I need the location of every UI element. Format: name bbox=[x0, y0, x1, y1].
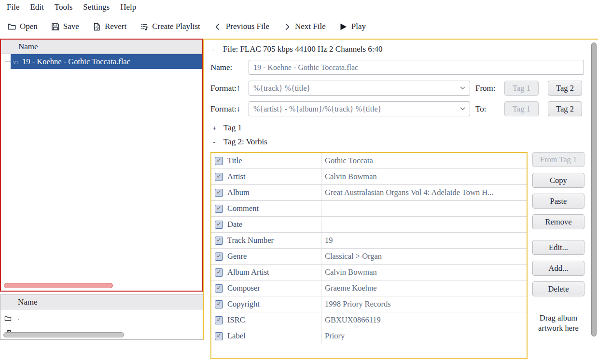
toolbar-button-open[interactable]: Open bbox=[7, 22, 38, 31]
field-name-label: Album Artist bbox=[227, 267, 269, 277]
filename-input[interactable] bbox=[249, 60, 584, 75]
tag1-section-header: + Tag 1 bbox=[212, 123, 598, 133]
copy-button[interactable]: Copy bbox=[532, 173, 584, 188]
directory-row-label: . bbox=[18, 315, 19, 322]
field-value-cell[interactable]: Calvin Bowman bbox=[321, 169, 527, 184]
tag-field-row: Comment bbox=[211, 201, 527, 217]
field-value-cell[interactable]: 19 bbox=[321, 233, 527, 248]
field-value-cell[interactable] bbox=[321, 201, 527, 216]
edit-button[interactable]: Edit... bbox=[532, 240, 584, 255]
directory-row[interactable]: . bbox=[0, 311, 203, 325]
save-icon bbox=[51, 22, 60, 31]
format-from-filename-value: %{track} %{title} bbox=[253, 84, 310, 93]
add-button[interactable]: Add... bbox=[532, 261, 584, 276]
folder-icon bbox=[4, 315, 12, 322]
toolbar-button-next-file[interactable]: Next File bbox=[282, 22, 326, 31]
tag2-collapse-indicator[interactable]: - bbox=[212, 138, 216, 146]
revert-icon bbox=[92, 22, 101, 31]
from-tag2-button[interactable]: Tag 2 bbox=[548, 81, 582, 96]
field-name-label: Album bbox=[227, 188, 250, 197]
field-checkbox[interactable] bbox=[215, 252, 223, 261]
file-list-row-wrap: V2 19 - Koehne - Gothic Toccata.flac bbox=[1, 54, 202, 69]
field-value-cell[interactable]: 1998 Priory Records bbox=[321, 296, 527, 312]
field-name-cell: Copyright bbox=[211, 296, 321, 312]
field-checkbox[interactable] bbox=[215, 237, 223, 245]
field-checkbox[interactable] bbox=[215, 316, 223, 324]
tag-field-row: Track Number19 bbox=[211, 233, 527, 249]
from-tag1-button: Tag 1 bbox=[504, 81, 539, 96]
field-name-label: Track Number bbox=[227, 236, 274, 245]
toolbar-button-create-playlist[interactable]: Create Playlist bbox=[139, 22, 200, 31]
format-down-label: Format:↓ bbox=[210, 104, 249, 114]
format-up-label: Format:↑ bbox=[210, 84, 249, 93]
field-value-cell[interactable]: Calvin Bowman bbox=[321, 265, 527, 280]
field-value-cell[interactable] bbox=[321, 217, 527, 232]
create-playlist-icon bbox=[139, 22, 149, 31]
delete-button[interactable]: Delete bbox=[532, 281, 584, 296]
remove-button[interactable]: Remove bbox=[532, 214, 584, 229]
to-tag1-button: Tag 1 bbox=[504, 101, 539, 116]
chevron-down-icon bbox=[460, 86, 465, 90]
tag2-section-header: - Tag 2: Vorbis bbox=[212, 137, 598, 147]
field-value-cell[interactable]: Gothic Toccata bbox=[321, 153, 527, 168]
field-name-label: Artist bbox=[227, 172, 246, 182]
field-value-cell[interactable]: Priory bbox=[321, 328, 527, 344]
paste-button[interactable]: Paste bbox=[532, 194, 584, 209]
toolbar: OpenSaveRevertCreate PlaylistPrevious Fi… bbox=[0, 14, 598, 39]
selected-file-name: 19 - Koehne - Gothic Toccata.flac bbox=[22, 57, 130, 67]
field-checkbox[interactable] bbox=[215, 268, 223, 277]
field-checkbox[interactable] bbox=[215, 332, 223, 340]
menu-item-help[interactable]: Help bbox=[115, 1, 141, 14]
field-value-cell[interactable]: Graeme Koehne bbox=[321, 280, 527, 296]
toolbar-button-previous-file[interactable]: Previous File bbox=[213, 22, 269, 31]
field-checkbox[interactable] bbox=[215, 205, 223, 213]
play-icon bbox=[339, 22, 348, 31]
menu-item-settings[interactable]: Settings bbox=[78, 1, 115, 14]
field-name-cell: Album Artist bbox=[211, 265, 321, 280]
file-section-collapse-indicator[interactable]: - bbox=[211, 45, 215, 54]
field-checkbox[interactable] bbox=[215, 157, 223, 165]
tag-field-row: ISRCGBXUX0866119 bbox=[211, 312, 527, 328]
file-list-hscrollbar[interactable] bbox=[4, 283, 113, 288]
field-checkbox[interactable] bbox=[215, 189, 223, 197]
field-checkbox[interactable] bbox=[215, 300, 223, 308]
field-name-label: Copyright bbox=[227, 299, 260, 309]
chevron-right-icon bbox=[282, 22, 292, 31]
field-value-cell[interactable]: Great Australasian Organs Vol 4: Adelaid… bbox=[321, 185, 527, 200]
toolbar-button-revert[interactable]: Revert bbox=[92, 22, 126, 31]
to-tag2-button[interactable]: Tag 2 bbox=[548, 101, 582, 116]
tag1-expand-indicator[interactable]: + bbox=[212, 124, 216, 132]
field-checkbox[interactable] bbox=[215, 284, 223, 293]
toolbar-button-save[interactable]: Save bbox=[51, 22, 79, 31]
field-value-cell[interactable]: Classical > Organ bbox=[321, 249, 527, 264]
field-value-cell[interactable]: GBXUX0866119 bbox=[321, 312, 527, 328]
artwork-drop-hint[interactable]: Drag album artwork here bbox=[532, 313, 584, 333]
menu-item-file[interactable]: File bbox=[1, 1, 25, 14]
directory-list-header[interactable]: Name bbox=[0, 295, 203, 309]
tag-field-row: GenreClassical > Organ bbox=[211, 249, 527, 265]
to-label: To: bbox=[475, 104, 501, 114]
vscrollbar-thumb[interactable] bbox=[591, 42, 597, 336]
name-row: Name: bbox=[210, 60, 598, 75]
field-checkbox[interactable] bbox=[215, 221, 223, 229]
file-list-header[interactable]: Name bbox=[1, 40, 202, 54]
left-column: Name V2 19 - Koehne - Gothic Toccata.fla… bbox=[0, 39, 203, 340]
field-name-cell: Artist bbox=[211, 169, 321, 184]
menu-item-edit[interactable]: Edit bbox=[25, 1, 49, 14]
toolbar-button-label: Revert bbox=[105, 22, 126, 31]
field-name-cell: Label bbox=[211, 328, 321, 344]
tag1-section-label: Tag 1 bbox=[223, 123, 242, 133]
file-info-section: - File: FLAC 705 kbps 44100 Hz 2 Channel… bbox=[211, 44, 598, 54]
tag-actions-column: From Tag 1CopyPasteRemoveEdit...Add...De… bbox=[532, 152, 584, 333]
file-list-selected-row[interactable]: V2 19 - Koehne - Gothic Toccata.flac bbox=[11, 54, 202, 69]
from-tag-1-button: From Tag 1 bbox=[532, 152, 584, 167]
format-to-filename-combobox[interactable]: %{artist} - %{album}/%{track} %{title} bbox=[249, 101, 470, 116]
menu-item-tools[interactable]: Tools bbox=[49, 1, 78, 14]
format-from-filename-combobox[interactable]: %{track} %{title} bbox=[249, 81, 470, 96]
directory-list-hscrollbar[interactable] bbox=[3, 332, 124, 337]
field-checkbox[interactable] bbox=[215, 173, 223, 181]
toolbar-button-play[interactable]: Play bbox=[339, 22, 366, 31]
menubar: FileEditToolsSettingsHelp bbox=[0, 0, 598, 14]
field-name-label: Genre bbox=[227, 252, 247, 261]
field-name-cell: Album bbox=[211, 185, 321, 200]
